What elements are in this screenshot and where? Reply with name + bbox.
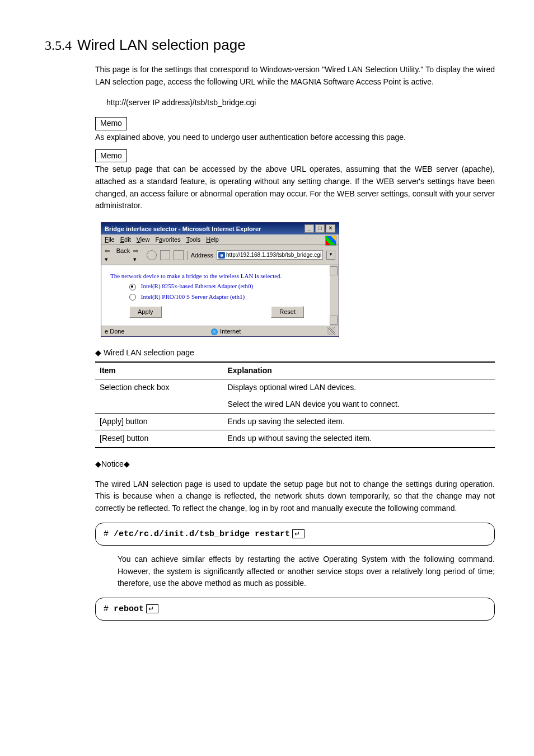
address-bar[interactable]: e http://192.168.1.193/tsb/tsb_bridge.cg…	[217, 250, 323, 260]
stop-icon[interactable]	[147, 250, 157, 260]
menu-file[interactable]: File	[105, 236, 115, 243]
page-icon: e	[218, 252, 225, 259]
intro-paragraph: This page is for the settings that corre…	[95, 64, 495, 88]
memo-label-1: Memo	[95, 117, 127, 130]
status-bar: e Done Internet	[101, 326, 339, 336]
status-done: Done	[110, 328, 124, 335]
col-item: Item	[95, 362, 223, 379]
table-row: Selection check box Displays optional wi…	[95, 379, 495, 396]
memo-label-2: Memo	[95, 149, 127, 163]
section-number: 3.5.4	[45, 38, 72, 53]
memo-text-2: The setup page that can be accessed by t…	[95, 163, 495, 212]
radio-eth0-label[interactable]: Intel(R) 8255x-based Ethernet Adapter (e…	[141, 283, 253, 289]
radio-eth1-label[interactable]: Intel(R) PRO/100 S Server Adapter (eth1)	[141, 293, 245, 300]
enter-key-icon	[146, 604, 158, 613]
status-zone: Internet	[220, 328, 241, 335]
command-text-1: /etc/rc.d/init.d/tsb_bridge restart	[114, 529, 290, 539]
menu-favorites[interactable]: Favorites	[155, 236, 180, 243]
cell-item: [Apply] button	[95, 413, 223, 430]
forward-button[interactable]: ⇨ ▾	[133, 247, 143, 263]
resize-grip[interactable]	[327, 327, 335, 335]
radio-eth0[interactable]	[129, 284, 136, 290]
titlebar: Bridge interface selector - Microsoft In…	[101, 223, 339, 234]
table-row: [Apply] button Ends up saving the select…	[95, 413, 495, 430]
command-text-2: reboot	[114, 604, 144, 614]
cell-item: [Reset] button	[95, 430, 223, 448]
section-title: Wired LAN selection page	[77, 36, 246, 53]
cell-item: Selection check box	[95, 379, 223, 396]
close-button[interactable]: ×	[326, 224, 335, 233]
notice-paragraph: The wired LAN selection page is used to …	[95, 478, 495, 515]
globe-icon	[211, 328, 218, 335]
back-button[interactable]: ⇦ Back ▾	[105, 247, 130, 263]
menu-edit[interactable]: Edit	[120, 236, 131, 243]
after-command-paragraph: You can achieve similar effects by resta…	[118, 553, 495, 590]
url-line: http://(server IP address)/tsb/tsb_bridg…	[106, 97, 495, 109]
reset-button[interactable]: Reset	[271, 306, 304, 317]
col-explanation: Explanation	[223, 362, 495, 379]
cell-expl: Displays optional wired LAN devices.	[223, 379, 495, 396]
table-row: Select the wired LAN device you want to …	[95, 396, 495, 413]
address-label: Address	[191, 251, 213, 259]
home-icon[interactable]	[174, 250, 184, 260]
table-caption: ◆ Wired LAN selection page	[95, 347, 495, 359]
explanation-table: Item Explanation Selection check box Dis…	[95, 361, 495, 448]
scroll-down[interactable]	[330, 316, 338, 325]
radio-eth1[interactable]	[129, 294, 136, 300]
menu-tools[interactable]: Tools	[186, 236, 201, 243]
cell-expl: Select the wired LAN device you want to …	[223, 396, 495, 413]
command-box-1: # /etc/rc.d/init.d/tsb_bridge restart	[95, 523, 495, 546]
menu-view[interactable]: View	[137, 236, 150, 243]
table-row: [Reset] button Ends up without saving th…	[95, 430, 495, 448]
menu-bar: File Edit View Favorites Tools Help	[101, 234, 339, 245]
status-page-icon: e	[105, 328, 108, 335]
address-url: http://192.168.1.193/tsb/tsb_bridge.cgi	[226, 251, 321, 259]
refresh-icon[interactable]	[160, 250, 170, 260]
cell-expl: Ends up without saving the selected item…	[223, 430, 495, 448]
scroll-up[interactable]	[330, 266, 338, 275]
cell-expl: Ends up saving the selected item.	[223, 413, 495, 430]
page-heading-link[interactable]: The network device to make a bridge to t…	[110, 273, 282, 279]
enter-key-icon	[292, 529, 305, 538]
section-heading: 3.5.4Wired LAN selection page	[45, 34, 500, 56]
memo-text-1: As explained above, you need to undergo …	[95, 132, 495, 144]
toolbar: ⇦ Back ▾ ⇨ ▾ Address e http://192.168.1.…	[101, 245, 339, 265]
menu-help[interactable]: Help	[206, 236, 219, 243]
ie-logo-icon	[325, 236, 336, 246]
page-content: The network device to make a bridge to t…	[101, 265, 339, 326]
address-dropdown[interactable]: ▼	[326, 251, 335, 260]
apply-button[interactable]: Apply	[129, 306, 162, 317]
command-box-2: # reboot	[95, 598, 495, 621]
maximize-button[interactable]: □	[315, 224, 325, 233]
browser-window: Bridge interface selector - Microsoft In…	[101, 222, 339, 337]
notice-heading: ◆Notice◆	[95, 458, 495, 471]
minimize-button[interactable]: _	[305, 224, 314, 233]
window-title: Bridge interface selector - Microsoft In…	[105, 225, 261, 233]
